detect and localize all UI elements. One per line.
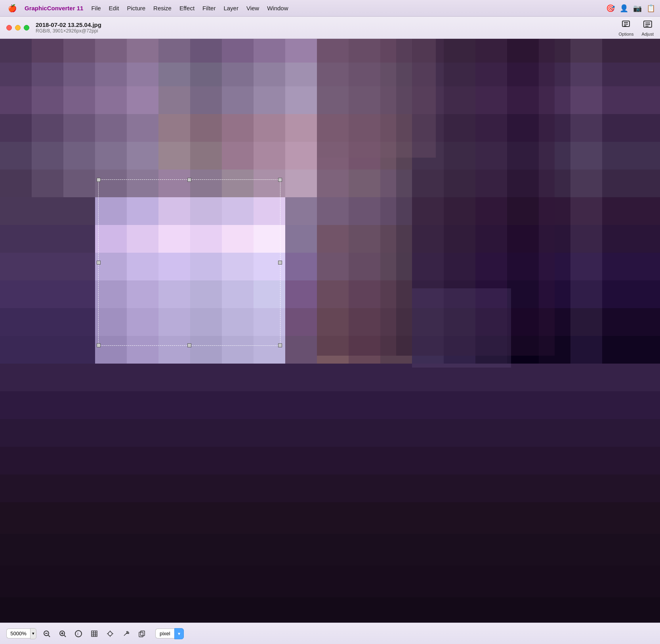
svg-rect-181 xyxy=(602,253,660,280)
svg-rect-34 xyxy=(190,63,222,86)
svg-rect-72 xyxy=(127,114,158,142)
apple-menu[interactable]: 🍎 xyxy=(5,3,20,13)
svg-rect-225 xyxy=(285,336,317,364)
svg-rect-37 xyxy=(285,63,317,86)
view-menu[interactable]: View xyxy=(243,4,262,12)
svg-rect-109 xyxy=(32,170,63,197)
svg-rect-70 xyxy=(63,114,95,142)
svg-rect-165 xyxy=(95,253,127,280)
svg-rect-28 xyxy=(0,63,32,86)
svg-rect-66 xyxy=(570,86,602,114)
svg-rect-169 xyxy=(222,253,254,280)
info-button[interactable]: i xyxy=(73,628,84,639)
svg-rect-111 xyxy=(95,170,127,197)
zoom-dropdown-button[interactable]: ▾ xyxy=(30,628,36,639)
svg-rect-205 xyxy=(222,308,254,336)
svg-rect-269 xyxy=(141,631,145,636)
svg-rect-30 xyxy=(63,63,95,86)
svg-rect-11 xyxy=(95,39,127,63)
person-icon[interactable]: 👤 xyxy=(620,4,628,13)
svg-rect-243 xyxy=(0,566,660,597)
svg-rect-150 xyxy=(190,225,222,253)
svg-rect-91 xyxy=(95,142,127,170)
svg-rect-170 xyxy=(254,253,285,280)
svg-rect-204 xyxy=(190,308,222,336)
minimize-button[interactable] xyxy=(15,25,21,30)
window-menu[interactable]: Window xyxy=(264,4,291,12)
edit-menu[interactable]: Edit xyxy=(106,4,122,12)
svg-rect-54 xyxy=(190,86,222,114)
zoom-out-button[interactable] xyxy=(41,628,52,639)
svg-rect-219 xyxy=(95,336,127,364)
filter-menu[interactable]: Filter xyxy=(199,4,219,12)
title-bar: 2018-07-02 13.25.04.jpg RGB/8, 3901×2926… xyxy=(0,17,660,39)
svg-rect-148 xyxy=(127,225,158,253)
svg-rect-238 xyxy=(0,419,660,447)
svg-rect-10 xyxy=(63,39,95,63)
svg-line-256 xyxy=(64,635,66,637)
svg-rect-29 xyxy=(32,63,63,86)
svg-rect-75 xyxy=(222,114,254,142)
svg-rect-222 xyxy=(190,336,222,364)
resize-menu[interactable]: Resize xyxy=(150,4,175,12)
svg-rect-188 xyxy=(254,280,285,308)
svg-rect-90 xyxy=(63,142,95,170)
svg-rect-12 xyxy=(127,39,158,63)
svg-rect-126 xyxy=(570,170,602,197)
svg-rect-73 xyxy=(158,114,190,142)
pixel-dropdown-button[interactable]: ▾ xyxy=(174,628,184,639)
svg-rect-270 xyxy=(139,632,143,637)
target-icon[interactable]: 🎯 xyxy=(606,4,615,13)
maximize-button[interactable] xyxy=(24,25,29,30)
svg-rect-241 xyxy=(0,502,660,534)
svg-rect-152 xyxy=(254,225,285,253)
crosshair-button[interactable] xyxy=(105,628,116,639)
svg-rect-33 xyxy=(158,63,190,86)
app-name-menu[interactable]: GraphicConverter 11 xyxy=(21,4,86,12)
layer-menu[interactable]: Layer xyxy=(220,4,242,12)
svg-rect-87 xyxy=(602,114,660,142)
svg-rect-97 xyxy=(285,142,317,170)
svg-rect-106 xyxy=(570,142,602,170)
svg-rect-168 xyxy=(190,253,222,280)
adjust-label: Adjust xyxy=(641,32,654,36)
svg-rect-234 xyxy=(570,336,602,364)
pixel-label: pixel xyxy=(155,629,174,638)
svg-rect-68 xyxy=(0,114,32,142)
file-meta: RGB/8, 3901×2926px@72ppi xyxy=(36,28,619,34)
svg-rect-27 xyxy=(602,39,660,63)
svg-rect-115 xyxy=(222,170,254,197)
svg-rect-162 xyxy=(570,225,602,253)
camera-icon[interactable]: 📷 xyxy=(633,4,642,13)
copy-button[interactable] xyxy=(136,628,147,639)
svg-rect-57 xyxy=(285,86,317,114)
svg-rect-206 xyxy=(254,308,285,336)
adjust-button[interactable]: Adjust xyxy=(641,19,654,36)
svg-rect-223 xyxy=(222,336,254,364)
picture-menu[interactable]: Picture xyxy=(124,4,149,12)
zoom-in-button[interactable] xyxy=(57,628,68,639)
svg-rect-26 xyxy=(570,39,602,63)
svg-rect-114 xyxy=(190,170,222,197)
options-button[interactable]: Options xyxy=(619,19,634,36)
svg-rect-9 xyxy=(32,39,63,63)
svg-rect-13 xyxy=(158,39,190,63)
svg-rect-15 xyxy=(222,39,254,63)
canvas-area[interactable] xyxy=(0,39,660,623)
svg-rect-96 xyxy=(254,142,285,170)
list-icon[interactable]: 📋 xyxy=(647,4,655,13)
grid-button[interactable] xyxy=(89,628,100,639)
effect-menu[interactable]: Effect xyxy=(176,4,198,12)
close-button[interactable] xyxy=(6,25,12,30)
zoom-value: 5000% xyxy=(6,629,30,638)
svg-rect-48 xyxy=(0,86,32,114)
svg-rect-69 xyxy=(32,114,63,142)
svg-rect-92 xyxy=(127,142,158,170)
svg-rect-53 xyxy=(158,86,190,114)
svg-rect-93 xyxy=(158,142,190,170)
svg-rect-31 xyxy=(95,63,127,86)
wrench-button[interactable] xyxy=(120,628,132,639)
bottom-toolbar: 5000% ▾ i xyxy=(0,623,660,644)
svg-rect-185 xyxy=(158,280,190,308)
file-menu[interactable]: File xyxy=(88,4,104,12)
